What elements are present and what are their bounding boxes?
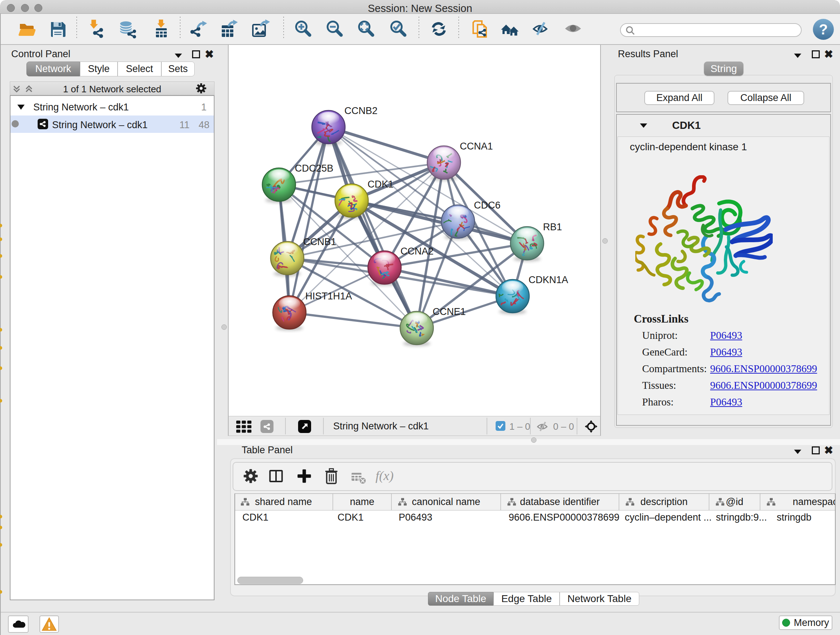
svg-text:HIST1H1A: HIST1H1A xyxy=(305,291,352,302)
svg-text:CCNA1: CCNA1 xyxy=(460,141,493,152)
svg-text:CDKN1A: CDKN1A xyxy=(529,274,568,285)
svg-text:CCNA2: CCNA2 xyxy=(401,246,434,257)
svg-text:CCNE1: CCNE1 xyxy=(433,306,466,317)
svg-text:CDC6: CDC6 xyxy=(474,200,501,211)
svg-text:CDK1: CDK1 xyxy=(368,179,393,190)
svg-text:RB1: RB1 xyxy=(543,222,562,233)
svg-text:CCNB1: CCNB1 xyxy=(303,236,336,247)
svg-text:CCNB2: CCNB2 xyxy=(344,105,378,116)
svg-text:CDC25B: CDC25B xyxy=(295,163,333,174)
